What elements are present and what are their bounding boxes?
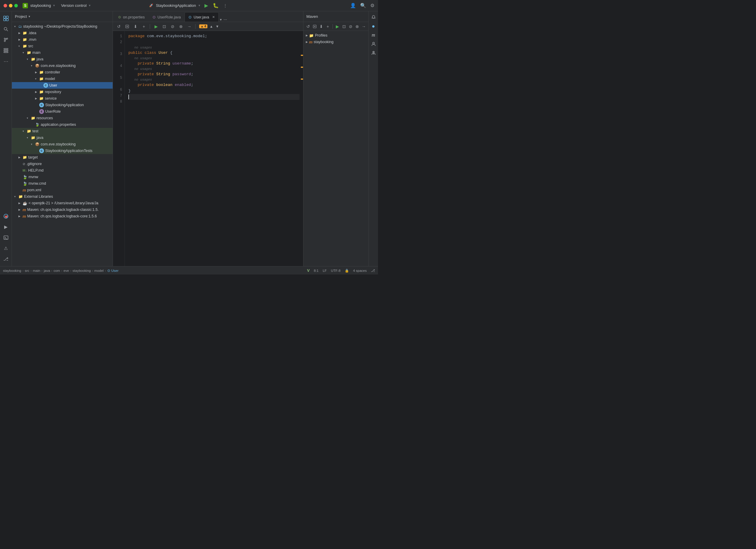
tree-item-app-properties[interactable]: 🍃 application.properties [12, 121, 113, 128]
toolbar-download[interactable]: ⬇ [132, 23, 139, 30]
tabs-more[interactable]: ⋯ [223, 18, 227, 22]
breadcrumb-main[interactable]: main [33, 269, 40, 272]
tree-item-main[interactable]: ▾ 📁 main [12, 49, 113, 56]
encoding[interactable]: UTF-8 [331, 269, 341, 272]
tree-item-controller[interactable]: ▶ 📁 controller [12, 69, 113, 75]
tree-item-idea[interactable]: ▶ 📁 .idea [12, 30, 113, 36]
sidebar-icon-search[interactable] [1, 24, 11, 34]
tree-item-model[interactable]: ▾ 📁 model [12, 75, 113, 82]
version-control-label[interactable]: Version control [61, 3, 86, 8]
minimize-button[interactable] [9, 4, 12, 7]
share-icon[interactable]: ⎇ [371, 268, 375, 273]
account-icon[interactable]: 👤 [350, 3, 356, 8]
toolbar-new[interactable]: + [140, 23, 147, 30]
search-icon[interactable]: 🔍 [360, 3, 366, 8]
breadcrumb-model[interactable]: model [94, 269, 103, 272]
tree-item-mvn[interactable]: ▶ 📁 .mvn [12, 36, 113, 43]
sidebar-icon-more[interactable]: ⋯ [1, 56, 11, 66]
far-right-icon-2[interactable]: ● [370, 23, 377, 30]
tree-item-help-md[interactable]: M↓ HELP.md [12, 167, 113, 174]
tree-item-user[interactable]: C User [12, 82, 113, 89]
maven-edit[interactable]: ⊡ [341, 23, 347, 30]
sidebar-icon-git[interactable] [1, 35, 11, 45]
maven-run[interactable]: ▶ [335, 23, 341, 30]
warning-next[interactable]: ▼ [215, 24, 220, 29]
breadcrumb-com[interactable]: com [53, 269, 60, 272]
maximize-button[interactable] [14, 4, 18, 7]
tree-item-service[interactable]: ▶ 📁 service [12, 95, 113, 102]
toolbar-refresh[interactable]: ↺ [115, 23, 122, 30]
warning-prev[interactable]: ▲ [209, 24, 214, 29]
maven-download[interactable]: ⬇ [318, 23, 324, 30]
cursor-position[interactable]: 8:1 [314, 269, 319, 272]
tab-close-user[interactable]: ✕ [212, 15, 215, 19]
breadcrumb-user[interactable]: User [111, 269, 119, 272]
line-ending[interactable]: LF [323, 269, 327, 272]
sidebar-icon-git-branch[interactable]: 🐙 [1, 211, 11, 221]
breadcrumb-eve[interactable]: eve [64, 269, 69, 272]
far-right-notification[interactable] [370, 14, 377, 21]
more-run-options[interactable]: ⋮ [222, 2, 229, 9]
close-button[interactable] [4, 4, 7, 7]
sidebar-icon-terminal[interactable] [1, 233, 11, 242]
tree-item-app-tests[interactable]: C StaybookingApplicationTests [12, 147, 113, 154]
run-button[interactable]: ▶ [203, 2, 210, 9]
tree-item-target[interactable]: ▶ 📁 target [12, 154, 113, 160]
project-name[interactable]: staybooking [30, 3, 51, 8]
warning-badge[interactable]: ▲ 4 [199, 24, 207, 28]
tree-item-external-libs[interactable]: ▾ 📁 External Libraries [12, 193, 113, 200]
project-panel-dropdown[interactable]: ▾ [29, 15, 30, 18]
tree-item-logback-core[interactable]: ▶ m Maven: ch.qos.logback:logback-core:1… [12, 213, 113, 219]
code-content[interactable]: package com.eve.staybooking.model; no us… [125, 31, 300, 266]
maven-cancel[interactable]: ⊗ [354, 23, 360, 30]
project-dropdown-icon[interactable]: ▾ [53, 4, 55, 7]
breadcrumb-staybooking[interactable]: staybooking [3, 269, 21, 272]
toolbar-edit[interactable]: ⊡ [161, 23, 168, 30]
maven-arrow[interactable]: → [361, 23, 367, 30]
toolbar-run[interactable]: ▶ [152, 23, 160, 30]
tree-item-test-com[interactable]: ▾ 📦 com.eve.staybooking [12, 141, 113, 147]
tree-item-src[interactable]: ▾ 📁 src [12, 43, 113, 49]
tab-user-java[interactable]: ⊙ User.java ✕ [185, 12, 218, 22]
tree-item-staybooking-app[interactable]: C StaybookingApplication [12, 102, 113, 108]
maven-new[interactable]: + [325, 23, 331, 30]
tree-item-openjdk[interactable]: ▶ ☕ < openjdk-21 > /Users/eve/Library/Ja… [12, 200, 113, 206]
tabs-chevron-down[interactable]: ▾ [220, 18, 222, 22]
tab-userrole-java[interactable]: ⊙ UserRole.java [149, 12, 185, 22]
toolbar-arrow[interactable]: → [186, 23, 193, 30]
far-right-icon-4[interactable] [370, 49, 377, 56]
maven-item-profiles[interactable]: ▶ 📁 Profiles [303, 32, 368, 39]
tree-item-staybooking-root[interactable]: ▾ 🗂 staybooking ~/Desktop/Projects/StayB… [12, 23, 113, 30]
run-config-name[interactable]: StaybookingApplication [156, 3, 196, 8]
sidebar-icon-vcs[interactable]: ⎇ [1, 254, 11, 264]
tree-item-repository[interactable]: ▶ 📁 repository [12, 89, 113, 95]
sidebar-icon-run[interactable]: ▶ [1, 222, 11, 232]
tree-item-test-java[interactable]: ▾ 📁 java [12, 134, 113, 141]
toolbar-add[interactable] [124, 23, 131, 30]
tree-item-mvnw-cmd[interactable]: 🍃 mvnw.cmd [12, 180, 113, 187]
tree-item-logback-classic[interactable]: ▶ m Maven: ch.qos.logback:logback-classi… [12, 206, 113, 213]
maven-reload[interactable]: ↺ [305, 23, 311, 30]
toolbar-cancel[interactable]: ⊗ [177, 23, 185, 30]
tree-item-test[interactable]: ▾ 📁 test [12, 128, 113, 134]
maven-item-staybooking[interactable]: ▶ m staybooking [303, 39, 368, 45]
far-right-icon-3[interactable] [370, 40, 377, 48]
tree-item-userrole[interactable]: E UserRole [12, 108, 113, 115]
maven-add-file[interactable] [312, 23, 318, 30]
toolbar-link[interactable]: ⊘ [169, 23, 176, 30]
sidebar-icon-structure[interactable] [1, 46, 11, 55]
tree-item-pom-xml[interactable]: m pom.xml [12, 187, 113, 193]
tree-item-gitignore[interactable]: ⊘ .gitignore [12, 160, 113, 167]
indent-setting[interactable]: 4 spaces [353, 269, 367, 272]
sidebar-icon-project[interactable] [1, 14, 11, 23]
maven-link[interactable]: ⊘ [348, 23, 354, 30]
tree-item-java[interactable]: ▾ 📁 java [12, 56, 113, 62]
tree-item-com-eve-staybooking[interactable]: ▾ 📦 com.eve.staybooking [12, 62, 113, 69]
debug-button[interactable]: 🐛 [212, 2, 219, 9]
tree-item-resources[interactable]: ▾ 📁 resources [12, 115, 113, 121]
tree-item-mvnw[interactable]: 🍃 mvnw [12, 174, 113, 180]
breadcrumb-src[interactable]: src [25, 269, 29, 272]
settings-icon[interactable]: ⚙ [370, 3, 374, 8]
tab-application-properties[interactable]: ⚙ on.properties [114, 12, 149, 22]
run-config-dropdown-icon[interactable]: ▾ [199, 4, 200, 7]
